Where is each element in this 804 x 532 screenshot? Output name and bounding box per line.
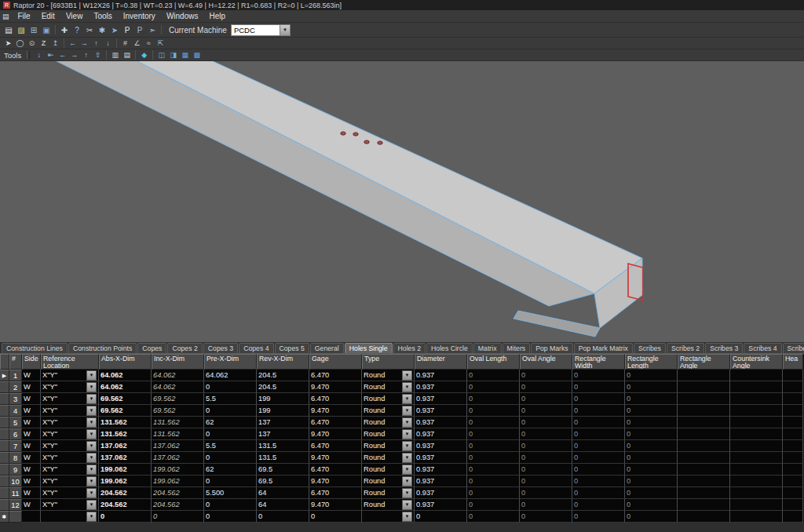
cell-csink[interactable] [730, 499, 783, 511]
menu-item-edit[interactable]: Edit [36, 12, 60, 20]
cell-rect_w[interactable]: 0 [572, 487, 625, 499]
cell-rect_l[interactable]: 0 [625, 487, 678, 499]
ref-dropdown-icon[interactable]: ▼ [86, 465, 97, 475]
dock-down-icon[interactable]: ↓ [34, 50, 44, 60]
cell-abs[interactable]: 199.062 [99, 464, 152, 476]
cell-side[interactable]: W [22, 476, 41, 487]
cell-rev[interactable]: 64 [257, 499, 309, 511]
ref-dropdown-icon[interactable]: ▼ [86, 500, 97, 510]
cell-oval_len[interactable]: 0 [467, 452, 520, 464]
cell-type[interactable]: Round▼ [362, 417, 415, 428]
tab-pop-mark-matrix[interactable]: Pop Mark Matrix [574, 343, 633, 353]
cell-inc[interactable]: 204.562 [152, 487, 204, 499]
cell-num[interactable]: 5 [9, 417, 22, 428]
col-header-rect_l[interactable]: Rectangle Length [625, 354, 678, 370]
cell-num[interactable]: 6 [9, 428, 22, 440]
cell-oval_ang[interactable]: 0 [520, 393, 572, 405]
ref-dropdown-icon[interactable]: ▼ [86, 370, 97, 381]
grid-view-icon[interactable]: ⊞ [28, 25, 39, 35]
row-selector[interactable] [0, 440, 9, 452]
cell-ref[interactable]: X"Y"▼ [41, 393, 99, 405]
menu-item-help[interactable]: Help [203, 12, 231, 20]
cell-rect_w[interactable]: 0 [572, 393, 625, 405]
cell-side[interactable]: W [22, 452, 41, 464]
row-selector[interactable] [0, 417, 9, 428]
cell-abs[interactable]: 131.562 [99, 428, 152, 440]
cell-ref[interactable]: X"Y"▼ [41, 405, 99, 417]
cell-abs[interactable]: 64.062 [99, 370, 152, 381]
cell-inc[interactable]: 69.562 [152, 393, 204, 405]
cell-rect_a[interactable] [678, 487, 730, 499]
cell-gage[interactable]: 9.470 [309, 381, 362, 393]
col-header-csink[interactable]: Countersink Angle [730, 354, 783, 370]
cell-rev[interactable]: 204.5 [257, 370, 309, 381]
cell-type[interactable]: Round▼ [362, 428, 415, 440]
send-icon[interactable]: ➤ [109, 25, 120, 35]
menu-item-windows[interactable]: Windows [161, 12, 204, 20]
tab-pop-marks[interactable]: Pop Marks [531, 343, 573, 353]
cell-csink[interactable] [730, 464, 783, 476]
col-header-dia[interactable]: Diameter [415, 354, 467, 370]
cell-type[interactable]: Round▼ [362, 487, 415, 499]
col-header-gage[interactable]: Gage [309, 354, 362, 370]
plus-icon[interactable]: ✚ [59, 25, 70, 35]
cell-rect_w[interactable]: 0 [572, 428, 625, 440]
beam-top-flange[interactable] [128, 61, 642, 293]
ref-dropdown-icon[interactable]: ▼ [86, 512, 97, 522]
beam-bottom-flange[interactable] [513, 311, 600, 337]
cell-gage[interactable]: 9.470 [309, 476, 362, 487]
row-selector[interactable] [0, 428, 9, 440]
cell-rect_l[interactable]: 0 [625, 393, 678, 405]
cell-side[interactable] [22, 511, 41, 523]
z-axis-icon[interactable]: Z [38, 38, 49, 48]
cell-oval_len[interactable]: 0 [467, 393, 520, 405]
cell-head[interactable] [783, 452, 803, 464]
col-header-rect_w[interactable]: Rectangle Width [572, 354, 625, 370]
cell-ref[interactable]: X"Y"▼ [41, 499, 99, 511]
cell-gage[interactable]: 9.470 [309, 499, 362, 511]
cell-csink[interactable] [730, 428, 783, 440]
ref-dropdown-icon[interactable]: ▼ [86, 394, 97, 404]
type-dropdown-icon[interactable]: ▼ [402, 453, 412, 463]
col-header-oval_ang[interactable]: Oval Angle [520, 354, 572, 370]
cell-oval_len[interactable]: 0 [467, 476, 520, 487]
cell-side[interactable]: W [22, 370, 41, 381]
cell-pre[interactable]: 0 [204, 428, 257, 440]
cell-dia[interactable]: 0.937 [415, 487, 467, 499]
row-selector[interactable]: ▶ [0, 370, 9, 381]
chart-alt-icon[interactable]: ◨ [168, 50, 178, 60]
cell-num[interactable]: 3 [9, 393, 22, 405]
row-selector[interactable] [0, 487, 9, 499]
cell-abs[interactable]: 137.062 [99, 452, 152, 464]
cell-inc[interactable]: 0 [152, 511, 204, 523]
cell-rect_a[interactable] [678, 370, 730, 381]
cell-dia[interactable]: 0.937 [415, 428, 467, 440]
circle-center-icon[interactable]: ⊙ [27, 38, 37, 48]
type-dropdown-icon[interactable]: ▼ [402, 476, 412, 486]
cell-dia[interactable]: 0.937 [415, 381, 467, 393]
cell-ref[interactable]: X"Y"▼ [41, 417, 99, 428]
cell-rect_a[interactable] [678, 417, 730, 428]
cell-oval_len[interactable]: 0 [467, 370, 520, 381]
nav-top-icon[interactable]: ⇧ [93, 50, 103, 60]
cell-gage[interactable]: 6.470 [309, 487, 362, 499]
cell-rect_w[interactable]: 0 [572, 405, 625, 417]
cell-gage[interactable]: 6.470 [309, 440, 362, 452]
cell-dia[interactable]: 0.937 [415, 393, 467, 405]
tab-holes-single[interactable]: Holes Single [345, 343, 393, 353]
cell-type[interactable]: Round▼ [362, 476, 415, 487]
cell-rect_a[interactable] [678, 476, 730, 487]
cell-type[interactable]: Round▼ [362, 440, 415, 452]
nav-next-icon[interactable]: → [69, 50, 79, 60]
cell-head[interactable] [783, 440, 803, 452]
tab-scribes-4[interactable]: Scribes 4 [744, 343, 781, 353]
nav-up-icon[interactable]: ↑ [81, 50, 91, 60]
cell-csink[interactable] [730, 417, 783, 428]
cell-ref[interactable]: X"Y"▼ [41, 452, 99, 464]
cell-gage[interactable]: 9.470 [309, 452, 362, 464]
cell-rev[interactable]: 131.5 [257, 452, 309, 464]
cell-pre[interactable]: 0 [204, 381, 257, 393]
cell-gage[interactable]: 6.470 [309, 464, 362, 476]
cell-head[interactable] [783, 476, 803, 487]
cell-rect_l[interactable]: 0 [625, 417, 678, 428]
